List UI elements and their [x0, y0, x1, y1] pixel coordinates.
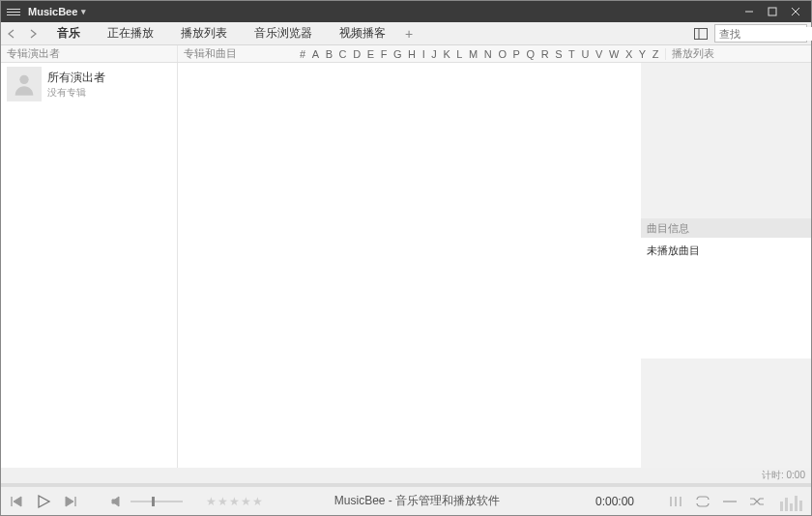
svg-point-8	[19, 75, 28, 84]
tab-now-playing[interactable]: 正在播放	[94, 22, 167, 44]
svg-rect-4	[695, 28, 708, 39]
alpha-h[interactable]: H	[408, 48, 416, 60]
col-left-header[interactable]: 专辑演出者	[1, 45, 178, 62]
avatar-icon	[7, 67, 42, 101]
playback-time: 0:00:00	[571, 495, 658, 508]
alphabet-index: # A B C D E F G H I J K L M N O P Q R S …	[294, 48, 666, 60]
search-input[interactable]	[715, 27, 812, 41]
alpha-t[interactable]: T	[568, 48, 575, 60]
nav-back-button[interactable]	[1, 22, 22, 44]
svg-rect-1	[768, 8, 776, 15]
next-button[interactable]	[61, 492, 80, 511]
alpha-p[interactable]: P	[513, 48, 520, 60]
alpha-w[interactable]: W	[609, 48, 619, 60]
artist-name: 所有演出者	[47, 70, 105, 86]
alpha-q[interactable]: Q	[526, 48, 535, 60]
close-button[interactable]	[784, 1, 807, 22]
play-button[interactable]	[34, 492, 53, 511]
titlebar: MusicBee ▾	[1, 1, 811, 22]
alpha-f[interactable]: F	[381, 48, 388, 60]
timer-label: 计时: 0:00	[762, 469, 805, 482]
alpha-s[interactable]: S	[555, 48, 562, 60]
tabs: 音乐 正在播放 播放列表 音乐浏览器 视频播客	[44, 22, 399, 44]
volume-group	[107, 492, 183, 511]
alpha-v[interactable]: V	[595, 48, 602, 60]
panel-layout-button[interactable]	[689, 22, 712, 44]
player-bar: ★★★★★ MusicBee - 音乐管理和播放软件 0:00:00	[1, 486, 811, 515]
alpha-x[interactable]: X	[625, 48, 632, 60]
tab-bar: 音乐 正在播放 播放列表 音乐浏览器 视频播客 +	[1, 22, 811, 45]
volume-slider[interactable]	[130, 501, 183, 502]
alpha-o[interactable]: O	[498, 48, 507, 60]
alpha-a[interactable]: A	[312, 48, 319, 60]
maximize-button[interactable]	[761, 1, 784, 22]
alpha-b[interactable]: B	[326, 48, 333, 60]
alpha-m[interactable]: M	[469, 48, 478, 60]
svg-marker-10	[14, 497, 21, 506]
tab-playlists[interactable]: 播放列表	[167, 22, 241, 44]
track-info-body: 未播放曲目	[641, 238, 811, 358]
line-button[interactable]	[720, 492, 740, 511]
app-title-text: MusicBee	[28, 6, 77, 17]
column-headers: 专辑演出者 专辑和曲目 # A B C D E F G H I J K L M …	[1, 45, 811, 63]
alpha-j[interactable]: J	[431, 48, 437, 60]
main-body: 所有演出者 没有专辑 曲目信息 未播放曲目	[1, 63, 811, 468]
right-panel: 曲目信息 未播放曲目	[641, 63, 811, 468]
alpha-z[interactable]: Z	[652, 48, 659, 60]
alpha-k[interactable]: K	[443, 48, 450, 60]
col-center-header[interactable]: 专辑和曲目	[178, 45, 294, 62]
alpha-c[interactable]: C	[339, 48, 347, 60]
now-playing-title: MusicBee - 音乐管理和播放软件	[271, 493, 564, 509]
svg-marker-11	[39, 496, 49, 507]
shuffle-button[interactable]	[747, 492, 767, 511]
track-info-header: 曲目信息	[641, 218, 811, 238]
artist-sub: 没有专辑	[47, 86, 105, 100]
app-window: MusicBee ▾ 音乐 正在播放 播放列表 音乐浏览器 视频播客 + 专辑演…	[0, 0, 812, 516]
col-right-header[interactable]: 播放列表	[666, 45, 812, 62]
status-strip: 计时: 0:00	[1, 468, 811, 483]
alpha-d[interactable]: D	[353, 48, 361, 60]
alpha-i[interactable]: I	[422, 48, 425, 60]
menu-icon[interactable]	[5, 6, 22, 18]
prev-button[interactable]	[7, 492, 26, 511]
add-tab-button[interactable]: +	[399, 22, 419, 44]
repeat-button[interactable]	[693, 492, 712, 511]
alpha-u[interactable]: U	[581, 48, 589, 60]
svg-marker-12	[66, 497, 73, 506]
artist-row[interactable]: 所有演出者 没有专辑	[1, 63, 177, 105]
artist-meta: 所有演出者 没有专辑	[47, 70, 105, 100]
alpha-y[interactable]: Y	[639, 48, 646, 60]
alpha-hash[interactable]: #	[300, 48, 305, 60]
alpha-n[interactable]: N	[484, 48, 492, 60]
volume-icon[interactable]	[107, 492, 127, 511]
tab-music[interactable]: 音乐	[44, 22, 94, 44]
minimize-button[interactable]	[738, 1, 761, 22]
search-box[interactable]	[714, 24, 807, 43]
equalizer-button[interactable]	[666, 492, 685, 511]
chevron-down-icon: ▾	[81, 7, 86, 16]
svg-marker-14	[112, 497, 119, 506]
alpha-l[interactable]: L	[456, 48, 462, 60]
app-title[interactable]: MusicBee ▾	[28, 6, 86, 17]
playlist-panel	[641, 63, 811, 218]
alpha-g[interactable]: G	[393, 48, 402, 60]
rating-stars[interactable]: ★★★★★	[206, 496, 263, 507]
alpha-r[interactable]: R	[541, 48, 549, 60]
visualizer-icon[interactable]	[780, 492, 805, 511]
album-track-panel	[178, 63, 641, 468]
artist-panel: 所有演出者 没有专辑	[1, 63, 178, 468]
nav-forward-button[interactable]	[22, 22, 44, 44]
tab-video-podcast[interactable]: 视频播客	[326, 22, 399, 44]
alpha-e[interactable]: E	[367, 48, 374, 60]
tab-music-browser[interactable]: 音乐浏览器	[241, 22, 326, 44]
